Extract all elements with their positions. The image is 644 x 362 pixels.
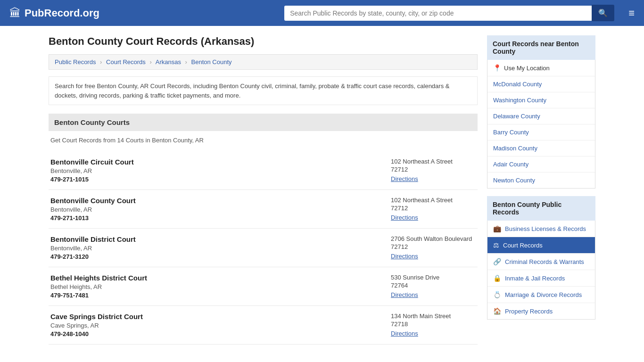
sidebar-public-record-item[interactable]: ⚖ Court Records: [487, 237, 595, 254]
court-directions[interactable]: Directions: [391, 329, 476, 337]
court-phone: 479-271-1013: [50, 214, 381, 222]
record-icon: 💍: [493, 291, 501, 298]
header: 🏛 PubRecord.org 🔍 ≡: [0, 0, 644, 26]
record-icon: 🔒: [493, 274, 501, 282]
court-name: Bentonville County Court: [50, 197, 381, 205]
search-bar: 🔍: [284, 5, 614, 21]
court-info: Bentonville District Court Bentonville, …: [50, 235, 381, 260]
court-city: Cave Springs, AR: [50, 322, 381, 329]
sidebar-public-record-item[interactable]: 🏠 Property Records: [487, 303, 595, 319]
court-zip: 72712: [391, 243, 476, 250]
sidebar-public-record-item[interactable]: 🔗 Criminal Records & Warrants: [487, 254, 595, 270]
court-name: Bentonville District Court: [50, 235, 381, 243]
court-zip: 72718: [391, 321, 476, 328]
courts-section-header: Benton County Courts: [49, 114, 478, 131]
court-name: Bentonville Circuit Court: [50, 158, 381, 166]
sidebar-public-record-item[interactable]: 💍 Marriage & Divorce Records: [487, 287, 595, 303]
location-icon: 📍: [493, 64, 501, 72]
sidebar-public-record-item[interactable]: 💼 Business Licenses & Records: [487, 221, 595, 237]
court-info: Bentonville Circuit Court Bentonville, A…: [50, 158, 381, 183]
breadcrumb-sep-2: ›: [149, 58, 151, 66]
court-address: 2706 South Walton Boulevard 72712 Direct…: [391, 235, 476, 260]
sidebar-public-records-header: Benton County Public Records: [487, 196, 595, 221]
court-address: 102 Northeast A Street 72712 Directions: [391, 158, 476, 183]
sidebar: Court Records near Benton County 📍 Use M…: [487, 35, 595, 345]
record-label: Inmate & Jail Records: [505, 275, 565, 282]
court-entry: Bethel Heights District Court Bethel Hei…: [49, 267, 478, 306]
court-directions[interactable]: Directions: [391, 252, 476, 260]
page-title: Benton County Court Records (Arkansas): [49, 35, 478, 48]
court-address: 134 North Main Street 72718 Directions: [391, 313, 476, 337]
breadcrumb-arkansas[interactable]: Arkansas: [156, 58, 181, 66]
use-location-label: Use My Location: [504, 65, 550, 72]
record-icon: ⚖: [493, 241, 499, 249]
court-zip: 72712: [391, 205, 476, 212]
courts-list: Bentonville Circuit Court Bentonville, A…: [49, 151, 478, 345]
court-phone: 479-271-1015: [50, 176, 381, 183]
record-label: Criminal Records & Warrants: [505, 258, 584, 265]
courts-section-subtitle: Get Court Records from 14 Courts in Bent…: [49, 137, 478, 144]
court-name: Cave Springs District Court: [50, 313, 381, 321]
sidebar-nearby-header: Court Records near Benton County: [487, 35, 595, 60]
court-zip: 72712: [391, 166, 476, 173]
court-city: Bentonville, AR: [50, 245, 381, 252]
breadcrumb-sep-3: ›: [185, 58, 187, 66]
sidebar-county-item[interactable]: Adair County: [487, 156, 595, 173]
description-text: Search for free Benton County, AR Court …: [49, 76, 478, 105]
menu-button[interactable]: ≡: [628, 7, 635, 19]
court-street: 134 North Main Street: [391, 313, 476, 320]
record-label: Property Records: [505, 308, 553, 315]
logo-icon: 🏛: [9, 7, 21, 20]
search-button[interactable]: 🔍: [592, 5, 614, 21]
record-icon: 🏠: [493, 307, 501, 315]
record-label: Court Records: [503, 242, 543, 249]
logo-text: PubRecord.org: [25, 7, 99, 19]
court-phone: 479-271-3120: [50, 253, 381, 260]
court-directions[interactable]: Directions: [391, 291, 476, 298]
court-street: 102 Northeast A Street: [391, 197, 476, 204]
logo[interactable]: 🏛 PubRecord.org: [9, 7, 99, 20]
record-icon: 💼: [493, 225, 501, 232]
record-label: Marriage & Divorce Records: [505, 291, 582, 298]
court-directions[interactable]: Directions: [391, 214, 476, 221]
sidebar-county-item[interactable]: Barry County: [487, 124, 595, 140]
breadcrumb-sep-1: ›: [100, 58, 102, 66]
court-street: 530 Sunrise Drive: [391, 274, 476, 281]
sidebar-county-item[interactable]: McDonald County: [487, 76, 595, 92]
sidebar-county-item[interactable]: Madison County: [487, 140, 595, 156]
sidebar-county-item[interactable]: Washington County: [487, 92, 595, 108]
court-entry: Bentonville District Court Bentonville, …: [49, 229, 478, 267]
court-name: Bethel Heights District Court: [50, 274, 381, 282]
main-container: Benton County Court Records (Arkansas) P…: [39, 26, 605, 354]
content-area: Benton County Court Records (Arkansas) P…: [49, 35, 478, 345]
court-address: 530 Sunrise Drive 72764 Directions: [391, 274, 476, 299]
court-address: 102 Northeast A Street 72712 Directions: [391, 197, 476, 222]
sidebar-public-record-item[interactable]: 🔒 Inmate & Jail Records: [487, 270, 595, 287]
breadcrumb-public-records[interactable]: Public Records: [55, 58, 96, 66]
breadcrumb: Public Records › Court Records › Arkansa…: [49, 54, 478, 70]
public-records-list: 💼 Business Licenses & Records ⚖ Court Re…: [487, 221, 595, 320]
sidebar-county-item[interactable]: Newton County: [487, 173, 595, 188]
record-label: Business Licenses & Records: [505, 225, 586, 232]
nearby-counties-list: 📍 Use My Location McDonald CountyWashing…: [487, 60, 595, 189]
court-info: Cave Springs District Court Cave Springs…: [50, 313, 381, 337]
court-entry: Bentonville Circuit Court Bentonville, A…: [49, 151, 478, 190]
court-city: Bentonville, AR: [50, 167, 381, 174]
court-street: 102 Northeast A Street: [391, 158, 476, 165]
court-city: Bentonville, AR: [50, 206, 381, 213]
court-info: Bentonville County Court Bentonville, AR…: [50, 197, 381, 222]
court-directions[interactable]: Directions: [391, 175, 476, 182]
court-info: Bethel Heights District Court Bethel Hei…: [50, 274, 381, 299]
sidebar-use-location[interactable]: 📍 Use My Location: [487, 60, 595, 76]
sidebar-county-item[interactable]: Delaware County: [487, 108, 595, 124]
court-city: Bethel Heights, AR: [50, 283, 381, 290]
court-entry: Bentonville County Court Bentonville, AR…: [49, 190, 478, 229]
court-zip: 72764: [391, 282, 476, 289]
record-icon: 🔗: [493, 258, 501, 265]
court-phone: 479-248-1040: [50, 330, 381, 337]
breadcrumb-benton-county[interactable]: Benton County: [191, 58, 232, 66]
search-input[interactable]: [284, 6, 592, 21]
breadcrumb-court-records[interactable]: Court Records: [106, 58, 146, 66]
court-entry: Cave Springs District Court Cave Springs…: [49, 306, 478, 345]
court-street: 2706 South Walton Boulevard: [391, 235, 476, 242]
